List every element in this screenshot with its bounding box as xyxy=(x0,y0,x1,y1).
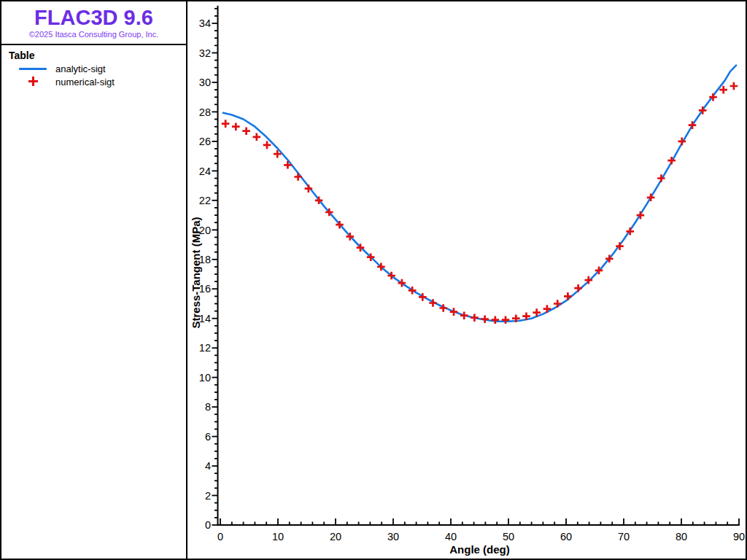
svg-text:28: 28 xyxy=(199,106,211,118)
plus-marker-icon xyxy=(28,77,38,86)
legend-label-analytic: analytic-sigt xyxy=(55,63,106,74)
svg-text:70: 70 xyxy=(618,531,630,542)
svg-text:90: 90 xyxy=(733,531,745,542)
line-swatch-icon xyxy=(19,68,47,70)
sidebar: FLAC3D 9.6 ©2025 Itasca Consulting Group… xyxy=(1,1,187,559)
svg-text:0: 0 xyxy=(217,531,223,542)
svg-text:30: 30 xyxy=(387,531,399,542)
svg-text:80: 80 xyxy=(676,531,687,542)
svg-text:0: 0 xyxy=(205,519,211,531)
svg-text:12: 12 xyxy=(199,342,211,354)
svg-text:24: 24 xyxy=(199,166,211,177)
svg-text:40: 40 xyxy=(445,531,457,542)
svg-text:8: 8 xyxy=(205,401,211,413)
svg-text:22: 22 xyxy=(199,195,211,206)
analytic-curve xyxy=(223,66,736,322)
legend-label-numerical: numerical-sigt xyxy=(55,77,115,88)
app-copyright: ©2025 Itasca Consulting Group, Inc. xyxy=(1,30,186,39)
flac3d-plot-window: 0246810121416182022242628303234 01020304… xyxy=(0,0,747,560)
svg-text:10: 10 xyxy=(199,372,211,384)
svg-text:6: 6 xyxy=(205,431,211,443)
numerical-plus-markers xyxy=(222,82,738,324)
x-axis-title: Angle (deg) xyxy=(449,543,510,556)
svg-text:20: 20 xyxy=(330,531,341,542)
app-logo-title: FLAC3D 9.6 xyxy=(1,7,186,28)
svg-text:60: 60 xyxy=(560,531,572,542)
svg-text:2: 2 xyxy=(205,490,211,502)
svg-text:10: 10 xyxy=(272,531,284,542)
axis-lines xyxy=(217,6,740,525)
y-axis-ticks xyxy=(212,9,218,525)
svg-text:32: 32 xyxy=(199,47,211,59)
svg-text:50: 50 xyxy=(503,531,514,542)
svg-text:34: 34 xyxy=(199,18,211,29)
y-axis-title: Stress-Tangent (MPa) xyxy=(190,217,202,328)
x-axis-ticks xyxy=(220,518,739,525)
x-axis-tick-labels: 0102030405060708090 xyxy=(217,531,745,542)
svg-text:30: 30 xyxy=(199,77,211,88)
sidebar-divider xyxy=(1,44,187,45)
svg-text:4: 4 xyxy=(205,460,211,472)
legend-header: Table xyxy=(9,50,35,61)
svg-text:26: 26 xyxy=(199,136,211,147)
